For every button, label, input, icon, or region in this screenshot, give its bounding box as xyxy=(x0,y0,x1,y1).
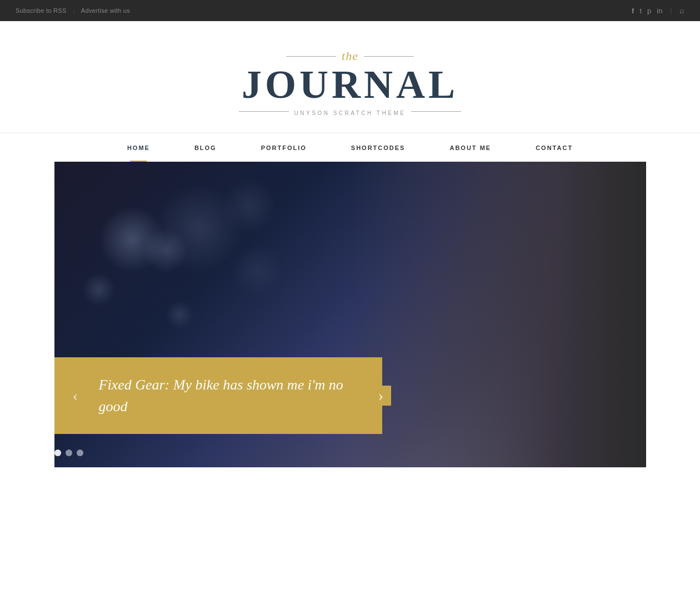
logo-bottom-bar-left xyxy=(239,111,289,112)
search-icon[interactable]: ⌕ xyxy=(679,6,684,16)
top-bar-sep2: | xyxy=(670,6,672,15)
pinterest-icon[interactable]: p xyxy=(647,7,651,15)
top-bar-left: Subscribe to RSS | Advertise with us xyxy=(16,7,130,14)
hero-caption: ‹ Fixed Gear: My bike has shown me i'm n… xyxy=(54,357,382,434)
logo-line-left xyxy=(286,56,336,57)
hero-prev-button[interactable]: ‹ xyxy=(66,386,86,406)
bokeh-5 xyxy=(221,178,277,234)
logo-subtitle: UNYSON SCRATCH THEME xyxy=(294,110,406,116)
nav-link-aboutme[interactable]: ABOUT ME xyxy=(449,144,491,151)
logo-bottom-bar-right xyxy=(411,111,461,112)
nav-link-contact[interactable]: CONTACT xyxy=(536,144,573,151)
logo-bottom-line: UNYSON SCRATCH THEME xyxy=(239,107,462,116)
hero-image: ‹ Fixed Gear: My bike has shown me i'm n… xyxy=(54,162,646,467)
hero-dot-3[interactable] xyxy=(77,450,83,456)
facebook-icon[interactable]: f xyxy=(632,7,634,15)
subscribe-rss-link[interactable]: Subscribe to RSS xyxy=(16,7,67,14)
hero-slider: ‹ Fixed Gear: My bike has shown me i'm n… xyxy=(54,162,646,467)
twitter-icon[interactable]: t xyxy=(639,7,642,15)
bokeh-7 xyxy=(232,245,282,295)
header: the JOURNAL UNYSON SCRATCH THEME xyxy=(0,21,700,133)
main-nav: HOME BLOG PORTFOLIO SHORTCODES ABOUT ME … xyxy=(0,133,700,162)
nav-link-portfolio[interactable]: PORTFOLIO xyxy=(261,144,307,151)
instagram-icon[interactable]: in xyxy=(657,7,662,15)
nav-item-home[interactable]: HOME xyxy=(105,133,172,162)
hero-dot-2[interactable] xyxy=(66,450,72,456)
logo-container: the JOURNAL UNYSON SCRATCH THEME xyxy=(239,49,462,116)
top-bar: Subscribe to RSS | Advertise with us f t… xyxy=(0,0,700,21)
nav-item-aboutme[interactable]: ABOUT ME xyxy=(427,133,513,162)
hero-bike-area xyxy=(350,162,646,467)
logo-the-line: the xyxy=(286,49,414,63)
logo-line-right xyxy=(364,56,414,57)
bokeh-4 xyxy=(82,273,116,306)
hero-next-button[interactable]: › xyxy=(371,386,391,406)
nav-item-contact[interactable]: CONTACT xyxy=(513,133,595,162)
logo-the: the xyxy=(342,49,358,63)
nav-list: HOME BLOG PORTFOLIO SHORTCODES ABOUT ME … xyxy=(105,133,595,162)
nav-link-blog[interactable]: BLOG xyxy=(194,144,217,151)
nav-link-shortcodes[interactable]: SHORTCODES xyxy=(351,144,406,151)
top-bar-right: f t p in | ⌕ xyxy=(632,6,684,16)
top-bar-divider: | xyxy=(73,7,74,14)
hero-dot-1[interactable] xyxy=(54,450,61,456)
hero-dots xyxy=(54,450,83,456)
nav-item-shortcodes[interactable]: SHORTCODES xyxy=(329,133,428,162)
nav-item-blog[interactable]: BLOG xyxy=(172,133,239,162)
logo-journal[interactable]: JOURNAL xyxy=(242,64,458,104)
nav-link-home[interactable]: HOME xyxy=(127,144,150,151)
bokeh-6 xyxy=(166,301,193,328)
nav-item-portfolio[interactable]: PORTFOLIO xyxy=(239,133,329,162)
advertise-link[interactable]: Advertise with us xyxy=(81,7,130,14)
hero-caption-text: Fixed Gear: My bike has shown me i'm no … xyxy=(99,374,360,417)
